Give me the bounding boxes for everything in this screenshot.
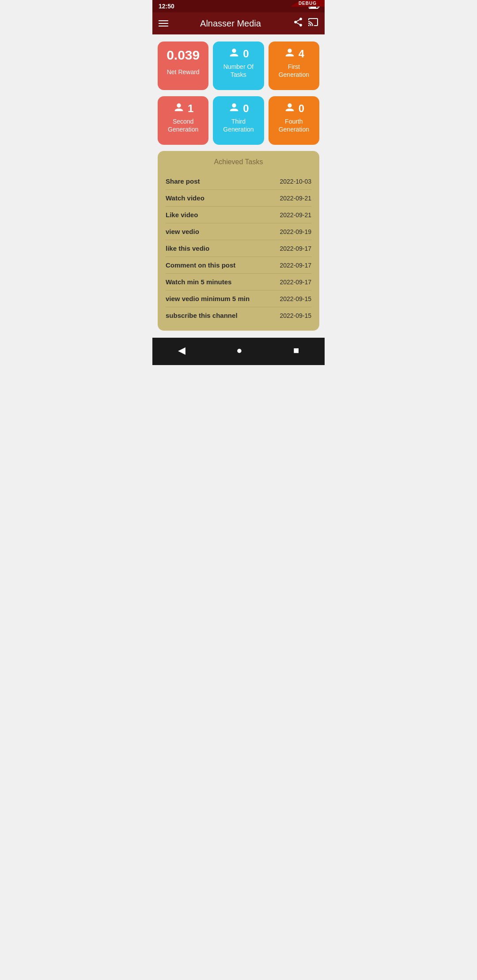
first-generation-value: 4 [299, 48, 304, 60]
task-date: 2022-09-21 [280, 211, 311, 219]
task-name: view vedio minimum 5 min [166, 295, 250, 302]
person-icon-fourth [284, 102, 296, 115]
net-reward-label: Net Reward [167, 68, 200, 76]
task-name: Like video [166, 211, 198, 219]
number-of-tasks-card[interactable]: 0 Number OfTasks [213, 41, 264, 90]
task-date: 2022-09-15 [280, 295, 311, 302]
number-of-tasks-label: Number OfTasks [223, 63, 254, 79]
third-generation-label: ThirdGeneration [223, 117, 254, 133]
debug-badge: DEBUG [291, 0, 325, 7]
second-generation-label: SecondGeneration [168, 117, 198, 133]
main-content: 0.039 Net Reward 0 Number OfTasks 4 Firs… [152, 34, 325, 338]
status-bar: 12:50 DEBUG [152, 0, 325, 12]
stats-row-2: 1 SecondGeneration 0 ThirdGeneration 0 F… [158, 96, 319, 145]
task-row[interactable]: like this vedio2022-09-17 [166, 240, 311, 256]
task-name: Watch min 5 minutes [166, 278, 231, 286]
back-button[interactable] [170, 342, 193, 359]
task-name: Comment on this post [166, 261, 235, 269]
home-button[interactable] [228, 342, 250, 359]
task-row[interactable]: subscribe this channel2022-09-15 [166, 307, 311, 324]
achieved-tasks-card: Achieved Tasks Share post2022-10-03Watch… [158, 151, 319, 331]
status-time: 12:50 [159, 3, 174, 10]
task-name: Share post [166, 177, 200, 185]
recent-apps-button[interactable] [285, 342, 307, 359]
task-date: 2022-09-21 [280, 195, 311, 202]
app-title: Alnasser Media [173, 19, 288, 29]
fourth-generation-card[interactable]: 0 FourthGeneration [269, 96, 319, 145]
task-date: 2022-10-03 [280, 178, 311, 185]
task-date: 2022-09-17 [280, 245, 311, 252]
fourth-generation-label: FourthGeneration [279, 117, 309, 133]
task-date: 2022-09-15 [280, 312, 311, 319]
third-generation-value: 0 [243, 102, 249, 115]
bottom-navigation [152, 338, 325, 365]
task-row[interactable]: Watch min 5 minutes2022-09-17 [166, 274, 311, 290]
stats-row-1: 0.039 Net Reward 0 Number OfTasks 4 Firs… [158, 41, 319, 90]
fourth-generation-value: 0 [299, 102, 304, 115]
second-generation-value: 1 [188, 102, 193, 115]
task-name: Watch video [166, 194, 204, 202]
cast-button[interactable] [308, 17, 318, 30]
number-of-tasks-value: 0 [243, 48, 249, 60]
first-generation-label: FirstGeneration [279, 63, 309, 79]
achieved-tasks-title: Achieved Tasks [166, 158, 311, 166]
person-icon-first [284, 48, 296, 60]
person-icon [228, 48, 240, 60]
net-reward-card[interactable]: 0.039 Net Reward [158, 41, 208, 90]
task-date: 2022-09-17 [280, 279, 311, 286]
task-row[interactable]: view vedio minimum 5 min2022-09-15 [166, 290, 311, 307]
first-generation-card[interactable]: 4 FirstGeneration [269, 41, 319, 90]
person-icon-second [173, 102, 185, 115]
share-button[interactable] [293, 17, 303, 30]
task-name: view vedio [166, 228, 199, 235]
menu-button[interactable] [159, 20, 168, 26]
task-name: subscribe this channel [166, 312, 238, 319]
net-reward-value: 0.039 [167, 48, 200, 63]
task-row[interactable]: Like video2022-09-21 [166, 207, 311, 223]
task-date: 2022-09-17 [280, 262, 311, 269]
third-generation-card[interactable]: 0 ThirdGeneration [213, 96, 264, 145]
task-row[interactable]: Watch video2022-09-21 [166, 190, 311, 206]
task-date: 2022-09-19 [280, 228, 311, 235]
second-generation-card[interactable]: 1 SecondGeneration [158, 96, 208, 145]
tasks-list: Share post2022-10-03Watch video2022-09-2… [166, 173, 311, 324]
task-row[interactable]: view vedio2022-09-19 [166, 223, 311, 240]
task-name: like this vedio [166, 245, 209, 252]
person-icon-third [228, 102, 240, 115]
task-row[interactable]: Comment on this post2022-09-17 [166, 257, 311, 273]
task-row[interactable]: Share post2022-10-03 [166, 173, 311, 189]
toolbar: Alnasser Media [152, 12, 325, 34]
